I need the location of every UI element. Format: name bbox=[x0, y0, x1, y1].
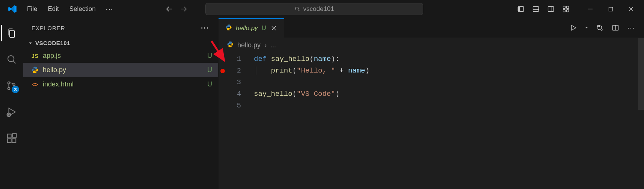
python-file-icon bbox=[225, 24, 232, 33]
svg-rect-19 bbox=[13, 134, 17, 138]
python-file-icon bbox=[227, 41, 234, 50]
explorer-sidebar: EXPLORER ⋯ VSCODE101 JS app.js U hello.p… bbox=[23, 18, 219, 189]
svg-point-10 bbox=[8, 56, 14, 62]
js-file-icon: JS bbox=[31, 51, 39, 60]
folder-header[interactable]: VSCODE101 bbox=[23, 38, 218, 48]
title-bar: File Edit Selection ⋯ vscode101 bbox=[0, 0, 644, 18]
folder-name: VSCODE101 bbox=[35, 40, 70, 46]
svg-rect-7 bbox=[563, 10, 566, 12]
customize-layout-button[interactable] bbox=[559, 2, 573, 16]
scm-badge: 3 bbox=[12, 86, 19, 93]
window-close-button[interactable] bbox=[621, 2, 640, 16]
svg-point-12 bbox=[8, 88, 10, 90]
file-item-indexhtml[interactable]: <> index.html U bbox=[23, 77, 218, 91]
window-minimize-button[interactable] bbox=[581, 2, 600, 16]
menu-file[interactable]: File bbox=[23, 3, 42, 15]
line-number: 4 bbox=[227, 88, 241, 100]
svg-rect-8 bbox=[567, 10, 569, 12]
toggle-secondary-sidebar-button[interactable] bbox=[544, 2, 558, 16]
activity-extensions-button[interactable] bbox=[1, 128, 22, 149]
activity-debug-button[interactable] bbox=[1, 101, 22, 122]
tab-git-status: U bbox=[262, 24, 266, 32]
sidebar-title: EXPLORER bbox=[32, 25, 65, 31]
breadcrumb-separator-icon: › bbox=[264, 41, 267, 49]
chevron-down-icon bbox=[28, 41, 33, 46]
line-number: 2 bbox=[227, 65, 241, 77]
svg-rect-3 bbox=[533, 6, 539, 11]
nav-back-button[interactable] bbox=[164, 4, 175, 14]
svg-rect-4 bbox=[548, 6, 554, 11]
breakpoint-gutter[interactable] bbox=[219, 53, 227, 112]
menu-selection[interactable]: Selection bbox=[65, 3, 100, 15]
svg-rect-16 bbox=[8, 134, 11, 138]
scrollbar[interactable] bbox=[638, 38, 644, 110]
line-number-gutter: 1 2 3 4 5 bbox=[227, 53, 246, 112]
split-editor-button[interactable] bbox=[609, 21, 622, 35]
svg-point-21 bbox=[601, 29, 602, 30]
editor-area: hello.py U ⋯ bbox=[219, 18, 644, 189]
file-name: app.js bbox=[43, 52, 204, 60]
sidebar-more-icon[interactable]: ⋯ bbox=[201, 23, 210, 33]
file-name: hello.py bbox=[43, 66, 204, 74]
vscode-logo-icon bbox=[7, 3, 18, 15]
breadcrumbs[interactable]: hello.py › ... bbox=[219, 38, 644, 53]
tab-close-button[interactable] bbox=[270, 24, 278, 32]
line-number: 5 bbox=[227, 100, 241, 112]
python-file-icon bbox=[31, 66, 39, 74]
nav-forward-button[interactable] bbox=[178, 4, 189, 14]
file-item-appjs[interactable]: JS app.js U bbox=[23, 48, 218, 63]
activity-scm-button[interactable]: 3 bbox=[1, 75, 22, 96]
html-file-icon: <> bbox=[31, 80, 39, 88]
tab-bar: hello.py U ⋯ bbox=[219, 18, 644, 38]
breakpoint-icon[interactable] bbox=[220, 69, 225, 73]
breadcrumb-file: hello.py bbox=[237, 41, 261, 49]
activity-bar: 3 bbox=[0, 18, 23, 189]
code-editor[interactable]: 1 2 3 4 5 def say_hello(name): │ print("… bbox=[219, 53, 644, 112]
svg-point-11 bbox=[8, 82, 10, 84]
activity-search-button[interactable] bbox=[1, 49, 22, 70]
svg-rect-6 bbox=[567, 6, 569, 9]
git-compare-button[interactable] bbox=[593, 21, 606, 35]
git-status: U bbox=[207, 80, 212, 88]
file-list: JS app.js U hello.py U <> index.html U bbox=[23, 48, 218, 91]
search-icon bbox=[294, 6, 300, 12]
git-status: U bbox=[207, 66, 212, 74]
git-status: U bbox=[207, 52, 212, 60]
svg-point-20 bbox=[597, 25, 599, 27]
file-item-hellopy[interactable]: hello.py U bbox=[23, 63, 218, 77]
line-number: 3 bbox=[227, 77, 241, 88]
menu-overflow-icon[interactable]: ⋯ bbox=[102, 2, 118, 16]
svg-rect-17 bbox=[8, 139, 11, 142]
toggle-primary-sidebar-button[interactable] bbox=[514, 2, 528, 16]
file-name: index.html bbox=[43, 80, 204, 88]
code-content[interactable]: def say_hello(name): │ print("Hello, " +… bbox=[246, 53, 370, 112]
tab-label: hello.py bbox=[236, 24, 258, 32]
line-number: 1 bbox=[227, 53, 241, 65]
svg-rect-5 bbox=[563, 6, 566, 9]
svg-rect-2 bbox=[518, 6, 520, 11]
svg-point-0 bbox=[295, 7, 298, 10]
search-text: vscode101 bbox=[303, 5, 334, 13]
run-dropdown-button[interactable] bbox=[582, 21, 591, 35]
toggle-panel-button[interactable] bbox=[529, 2, 543, 16]
tab-hellopy[interactable]: hello.py U bbox=[219, 18, 284, 38]
activity-explorer-button[interactable] bbox=[1, 23, 22, 44]
svg-rect-9 bbox=[609, 7, 612, 11]
window-maximize-button[interactable] bbox=[601, 2, 620, 16]
command-center-search[interactable]: vscode101 bbox=[205, 3, 423, 15]
menu-edit[interactable]: Edit bbox=[43, 3, 63, 15]
editor-more-button[interactable]: ⋯ bbox=[624, 21, 638, 35]
run-button[interactable] bbox=[567, 21, 580, 35]
svg-rect-18 bbox=[12, 139, 16, 142]
breadcrumb-rest: ... bbox=[270, 41, 276, 49]
